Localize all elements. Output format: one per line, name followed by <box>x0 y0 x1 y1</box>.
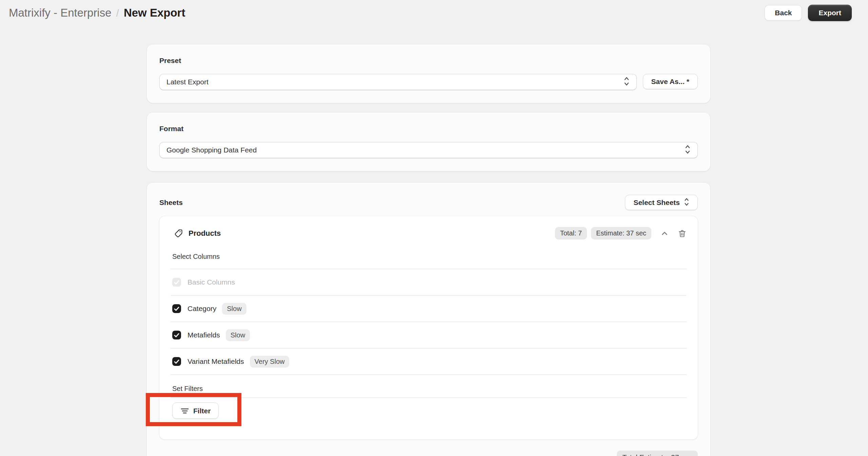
select-caret-icon <box>685 144 691 156</box>
preset-heading: Preset <box>159 57 698 65</box>
topbar-actions: Back Export <box>765 5 852 21</box>
column-speed-badge: Very Slow <box>250 356 290 368</box>
breadcrumb-separator: / <box>116 7 119 19</box>
select-caret-icon <box>624 76 630 88</box>
column-speed-badge: Slow <box>226 329 250 341</box>
filter-button[interactable]: Filter <box>172 402 219 419</box>
breadcrumb: Matrixify - Enterprise / New Export <box>9 6 185 19</box>
preset-card: Preset Latest Export Save As... * <box>147 44 710 103</box>
checkbox-category[interactable] <box>172 304 181 313</box>
select-columns-label: Select Columns <box>172 253 687 261</box>
column-speed-badge: Slow <box>222 303 246 315</box>
select-sheets-button[interactable]: Select Sheets <box>625 195 698 210</box>
preset-select[interactable]: Latest Export <box>159 74 637 90</box>
save-as-button[interactable]: Save As... * <box>643 74 698 89</box>
select-sheets-label: Select Sheets <box>633 199 680 207</box>
column-row-basic: Basic Columns <box>171 269 687 295</box>
column-label: Metafields <box>188 331 220 339</box>
sheets-card: Sheets Select Sheets Product <box>147 183 710 456</box>
sheets-heading: Sheets <box>159 199 183 207</box>
column-row-category: Category Slow <box>171 296 687 322</box>
format-card: Format Google Shopping Data Feed <box>147 112 710 171</box>
column-label: Basic Columns <box>188 278 235 286</box>
column-row-metafields: Metafields Slow <box>171 322 687 348</box>
tag-icon <box>174 229 183 238</box>
total-badge: Total: 7 <box>555 227 587 240</box>
collapse-chevron-up-icon[interactable] <box>660 229 669 238</box>
sheet-title: Products <box>189 229 221 238</box>
delete-sheet-trash-icon[interactable] <box>678 229 687 238</box>
select-caret-icon <box>684 197 689 208</box>
preset-selected-value: Latest Export <box>166 78 209 86</box>
products-sheet-panel: Products Total: 7 Estimate: 37 sec <box>159 216 698 439</box>
breadcrumb-app-name[interactable]: Matrixify - Enterprise <box>9 6 112 19</box>
filter-button-label: Filter <box>193 407 211 415</box>
set-filters-label: Set Filters <box>172 385 687 393</box>
format-select[interactable]: Google Shopping Data Feed <box>159 142 698 158</box>
format-heading: Format <box>159 125 698 133</box>
total-estimate-badge: Total Estimate: 37 sec <box>617 451 698 456</box>
checkbox-variant-metafields[interactable] <box>172 357 181 366</box>
export-button[interactable]: Export <box>808 5 852 21</box>
column-row-variant-metafields: Variant Metafields Very Slow <box>171 349 687 374</box>
filter-icon <box>180 407 189 415</box>
column-label: Category <box>188 305 216 313</box>
column-label: Variant Metafields <box>188 357 244 366</box>
estimate-badge: Estimate: 37 sec <box>591 227 651 240</box>
format-selected-value: Google Shopping Data Feed <box>166 146 257 154</box>
main-content: Preset Latest Export Save As... * Format… <box>147 44 710 456</box>
top-bar: Matrixify - Enterprise / New Export Back… <box>0 0 868 26</box>
page-title: New Export <box>124 6 185 19</box>
checkbox-metafields[interactable] <box>172 331 181 339</box>
back-button[interactable]: Back <box>765 5 802 21</box>
checkbox-basic-columns <box>172 278 181 287</box>
